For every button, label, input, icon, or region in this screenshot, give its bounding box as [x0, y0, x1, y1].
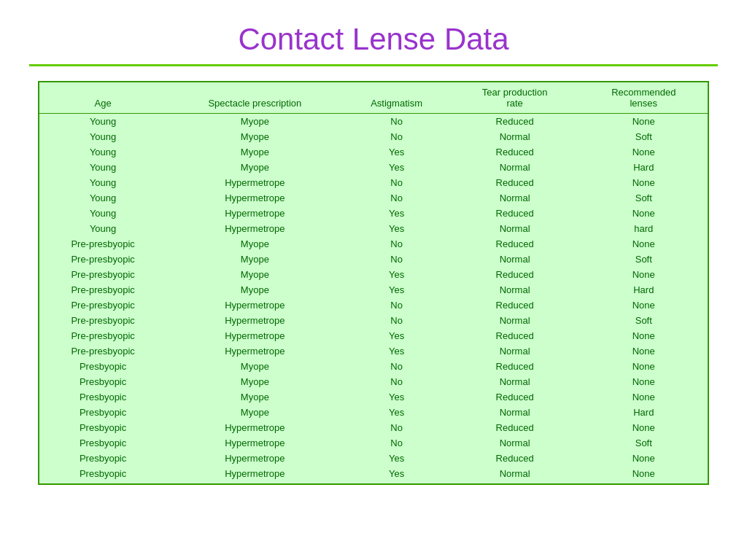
table-cell: None [580, 206, 708, 221]
table-cell: Hypermetrope [166, 343, 343, 359]
table-cell: Yes [344, 405, 450, 420]
table-row: PresbyopicMyopeNoReducedNone [39, 359, 708, 374]
table-cell: Hypermetrope [166, 420, 343, 435]
table-cell: Normal [450, 282, 580, 298]
table-row: PresbyopicHypermetropeYesNormalNone [39, 466, 708, 483]
table-cell: Yes [344, 343, 450, 359]
table-cell: Normal [450, 129, 580, 144]
table-row: Pre-presbyopicHypermetropeNoNormalSoft [39, 313, 708, 328]
table-cell: Normal [450, 160, 580, 175]
table-cell: Hypermetrope [166, 190, 343, 206]
table-cell: Hypermetrope [166, 466, 343, 483]
table-cell: No [344, 313, 450, 328]
table-cell: Myope [166, 160, 343, 175]
table-cell: Reduced [450, 389, 580, 405]
table-cell: No [344, 420, 450, 435]
table-row: YoungHypermetropeYesNormalhard [39, 221, 708, 236]
divider [29, 64, 718, 66]
table-cell: Myope [166, 267, 343, 282]
table-cell: Myope [166, 252, 343, 267]
table-cell: No [344, 435, 450, 451]
table-cell: None [580, 389, 708, 405]
table-row: YoungMyopeYesReducedNone [39, 144, 708, 160]
table-cell: Myope [166, 114, 343, 130]
table-cell: Reduced [450, 359, 580, 374]
table-cell: Young [39, 160, 166, 175]
table-cell: Reduced [450, 298, 580, 313]
table-cell: Yes [344, 206, 450, 221]
table-cell: Reduced [450, 236, 580, 252]
table-cell: Yes [344, 144, 450, 160]
table-cell: Hypermetrope [166, 175, 343, 190]
table-cell: Pre-presbyopic [39, 267, 166, 282]
table-row: PresbyopicHypermetropeYesReducedNone [39, 451, 708, 466]
table-row: PresbyopicMyopeYesReducedNone [39, 389, 708, 405]
table-row: Pre-presbyopicHypermetropeNoReducedNone [39, 298, 708, 313]
page-container: Contact Lense Data Age Spectacle prescri… [0, 0, 747, 560]
table-cell: Reduced [450, 144, 580, 160]
table-cell: None [580, 298, 708, 313]
table-cell: None [580, 267, 708, 282]
table-cell: Normal [450, 221, 580, 236]
table-cell: Reduced [450, 114, 580, 130]
table-cell: Soft [580, 252, 708, 267]
table-cell: No [344, 374, 450, 389]
table-cell: Hypermetrope [166, 328, 343, 343]
table-cell: Pre-presbyopic [39, 252, 166, 267]
table-cell: Hypermetrope [166, 313, 343, 328]
table-cell: Pre-presbyopic [39, 298, 166, 313]
table-cell: Yes [344, 328, 450, 343]
table-cell: No [344, 359, 450, 374]
table-cell: Soft [580, 190, 708, 206]
table-cell: None [580, 359, 708, 374]
table-row: Pre-presbyopicMyopeNoReducedNone [39, 236, 708, 252]
table-cell: Hypermetrope [166, 298, 343, 313]
table-cell: Yes [344, 221, 450, 236]
table-cell: Pre-presbyopic [39, 236, 166, 252]
table-cell: Hypermetrope [166, 221, 343, 236]
table-cell: None [580, 328, 708, 343]
table-cell: Soft [580, 129, 708, 144]
table-cell: No [344, 129, 450, 144]
table-row: YoungMyopeNoNormalSoft [39, 129, 708, 144]
table-cell: Yes [344, 466, 450, 483]
table-cell: Myope [166, 359, 343, 374]
table-row: YoungMyopeNoReducedNone [39, 114, 708, 130]
table-cell: Yes [344, 160, 450, 175]
table-cell: Myope [166, 282, 343, 298]
table-row: PresbyopicMyopeNoNormalNone [39, 374, 708, 389]
table-cell: Young [39, 206, 166, 221]
table-cell: None [580, 175, 708, 190]
table-cell: Yes [344, 389, 450, 405]
table-row: Pre-presbyopicMyopeNoNormalSoft [39, 252, 708, 267]
table-cell: Normal [450, 405, 580, 420]
table-cell: Myope [166, 405, 343, 420]
table-cell: None [580, 144, 708, 160]
table-cell: Pre-presbyopic [39, 282, 166, 298]
table-cell: Normal [450, 190, 580, 206]
table-cell: No [344, 114, 450, 130]
table-cell: Young [39, 221, 166, 236]
table-cell: None [580, 420, 708, 435]
table-cell: Normal [450, 313, 580, 328]
table-header-row: Age Spectacle prescription Astigmatism T… [39, 82, 708, 114]
table-cell: None [580, 236, 708, 252]
table-cell: Hypermetrope [166, 206, 343, 221]
table-cell: Hypermetrope [166, 451, 343, 466]
col-header-spectacle: Spectacle prescription [166, 82, 343, 114]
table-cell: Pre-presbyopic [39, 328, 166, 343]
table-cell: Presbyopic [39, 374, 166, 389]
table-cell: Hard [580, 282, 708, 298]
col-header-age: Age [39, 82, 166, 114]
table-cell: Pre-presbyopic [39, 343, 166, 359]
table-cell: Young [39, 129, 166, 144]
table-cell: None [580, 451, 708, 466]
page-title: Contact Lense Data [238, 22, 508, 57]
table-cell: Normal [450, 435, 580, 451]
table-row: YoungHypermetropeNoNormalSoft [39, 190, 708, 206]
table-row: PresbyopicHypermetropeNoNormalSoft [39, 435, 708, 451]
table-cell: Reduced [450, 267, 580, 282]
table-cell: Pre-presbyopic [39, 313, 166, 328]
table-cell: No [344, 236, 450, 252]
table-cell: Soft [580, 435, 708, 451]
